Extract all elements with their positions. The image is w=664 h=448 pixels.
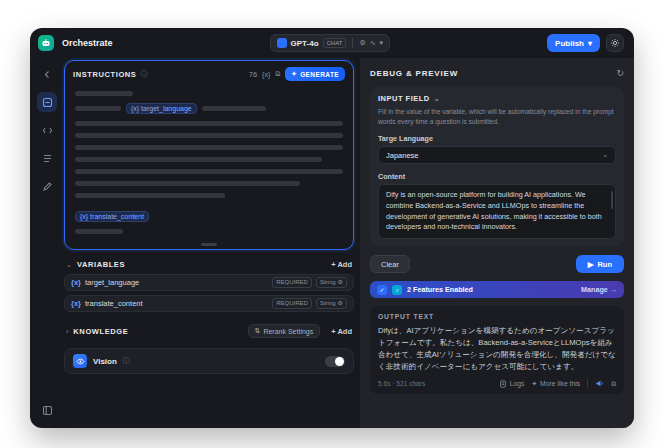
content-textarea[interactable]: Dify is an open-source platform for buil… xyxy=(378,184,616,239)
sidebar-item-api[interactable] xyxy=(37,120,57,140)
speaker-icon[interactable] xyxy=(595,379,604,388)
sparkle-icon: ✦ xyxy=(531,380,537,388)
input-field-toggle[interactable]: INPUT FIELD ⌄ xyxy=(378,94,616,103)
manage-features-button[interactable]: Manage → xyxy=(581,285,617,294)
resize-handle[interactable] xyxy=(201,243,217,246)
variables-header: ⌄ VARIABLES + Add xyxy=(66,260,352,269)
input-field-description: Fill in the value of the variable, which… xyxy=(378,107,616,126)
action-buttons: Clear ▶ Run xyxy=(370,255,624,273)
token-count: 76 xyxy=(249,70,257,79)
sidebar-item-orchestrate[interactable] xyxy=(37,92,57,112)
app-logo-icon xyxy=(38,35,54,51)
clear-button[interactable]: Clear xyxy=(370,255,410,273)
copy-icon[interactable]: ⧉ xyxy=(275,70,280,78)
variables-title: VARIABLES xyxy=(77,260,125,269)
vision-icon xyxy=(73,354,87,368)
input-field-card: INPUT FIELD ⌄ Fill in the value of the v… xyxy=(370,86,624,247)
model-name: GPT-4o xyxy=(291,39,319,48)
vision-toggle[interactable] xyxy=(325,356,345,367)
publish-label: Publish xyxy=(555,39,584,48)
output-stats: 5.6s · 521 chars xyxy=(378,380,425,387)
variable-badge: {x} xyxy=(71,278,81,287)
target-language-label: Targe Language xyxy=(378,134,616,143)
model-selector[interactable]: GPT-4o CHAT ⚙ ∿ ▾ xyxy=(270,34,391,52)
sidebar-item-logs[interactable] xyxy=(37,148,57,168)
output-text: Difyは、AIアプリケーションを構築するためのオープンソースプラットフォームで… xyxy=(378,325,616,372)
chevron-down-icon[interactable]: ⌄ xyxy=(66,261,72,269)
type-badge[interactable]: String ⚙ xyxy=(316,277,347,288)
variable-name: target_language xyxy=(85,278,139,287)
model-provider-icon xyxy=(277,38,287,48)
page-title: Orchestrate xyxy=(62,38,113,48)
required-badge: REQUIRED xyxy=(272,277,312,288)
sliders-icon: ⇅ xyxy=(255,327,261,335)
arrow-right-icon: → xyxy=(610,285,617,294)
model-mode-badge: CHAT xyxy=(323,38,347,48)
output-card: OUTPUT TEXT Difyは、AIアプリケーションを構築するためのオープン… xyxy=(370,306,624,394)
output-title: OUTPUT TEXT xyxy=(378,313,616,320)
copy-icon[interactable]: ⧉ xyxy=(611,380,616,388)
settings-icon: ⚙ xyxy=(338,278,343,287)
add-variable-button[interactable]: + Add xyxy=(331,260,352,269)
speech-feature-icon: ♪ xyxy=(392,285,402,295)
chevron-down-icon: ▾ xyxy=(380,39,384,47)
variable-badge: {x} xyxy=(71,299,81,308)
variable-row-target-language[interactable]: {x} target_language REQUIRED String ⚙ xyxy=(64,274,354,291)
features-enabled-bar[interactable]: ✓ ♪ 2 Features Enabled Manage → xyxy=(370,281,624,298)
knowledge-header: › KNOWLEDGE ⇅ Rerank Settings + Add xyxy=(66,324,352,338)
settings-icon: ⚙ xyxy=(338,299,343,308)
required-badge: REQUIRED xyxy=(272,298,312,309)
orchestrate-panel: INSTRUCTIONS ⓘ 76 {x} ⧉ ✦ GENERATE xyxy=(64,58,360,428)
target-language-select[interactable]: Japanese ⌄ xyxy=(378,146,616,164)
topbar-actions: Publish ▾ xyxy=(547,34,624,52)
prompt-skeleton: {x} target_language {x} translate_conten… xyxy=(65,85,353,240)
sidebar-item-annotation[interactable] xyxy=(37,176,57,196)
type-badge[interactable]: String ⚙ xyxy=(316,298,347,309)
collapse-panel-icon[interactable] xyxy=(37,400,57,420)
temperature-icon: ∿ xyxy=(370,39,376,47)
moderation-feature-icon: ✓ xyxy=(377,285,387,295)
run-button[interactable]: ▶ Run xyxy=(576,255,624,273)
chevron-down-icon: ⌄ xyxy=(602,151,608,159)
sliders-icon: ⚙ xyxy=(359,39,365,47)
sidebar xyxy=(30,58,64,428)
chevron-right-icon[interactable]: › xyxy=(66,328,68,335)
sparkle-icon: ✦ xyxy=(291,70,297,78)
logs-button[interactable]: Logs xyxy=(499,380,525,388)
variable-chip-translate-content[interactable]: {x} translate_content xyxy=(75,211,149,222)
top-bar: Orchestrate GPT-4o CHAT ⚙ ∿ ▾ Publish ▾ xyxy=(30,28,634,58)
instructions-editor[interactable]: INSTRUCTIONS ⓘ 76 {x} ⧉ ✦ GENERATE xyxy=(64,60,354,250)
instructions-title: INSTRUCTIONS xyxy=(73,70,136,79)
chevron-down-icon: ▾ xyxy=(588,39,592,48)
divider xyxy=(352,38,353,48)
back-icon[interactable] xyxy=(37,64,57,84)
vision-label: Vision xyxy=(93,357,117,366)
info-icon: ⓘ xyxy=(140,69,147,79)
more-like-this-button[interactable]: ✦ More like this xyxy=(531,380,580,388)
variable-chip-target-language[interactable]: {x} target_language xyxy=(126,103,197,114)
refresh-icon[interactable]: ↻ xyxy=(616,68,624,78)
rerank-settings-button[interactable]: ⇅ Rerank Settings xyxy=(248,324,321,338)
scrollbar[interactable] xyxy=(611,191,613,209)
play-icon: ▶ xyxy=(588,260,594,269)
publish-button[interactable]: Publish ▾ xyxy=(547,34,600,52)
debug-preview-panel: DEBUG & PREVIEW ↻ INPUT FIELD ⌄ Fill in … xyxy=(360,58,634,428)
variable-name: translate_content xyxy=(85,299,143,308)
variable-row-translate-content[interactable]: {x} translate_content REQUIRED String ⚙ xyxy=(64,295,354,312)
debug-preview-title: DEBUG & PREVIEW xyxy=(370,69,458,78)
content-label: Content xyxy=(378,172,616,181)
info-icon: ⓘ xyxy=(123,356,130,366)
generate-button[interactable]: ✦ GENERATE xyxy=(285,67,345,81)
settings-icon-button[interactable] xyxy=(606,34,624,52)
divider xyxy=(587,379,588,388)
app-window: Orchestrate GPT-4o CHAT ⚙ ∿ ▾ Publish ▾ xyxy=(30,28,634,428)
vision-feature-row: Vision ⓘ xyxy=(64,348,354,374)
add-knowledge-button[interactable]: + Add xyxy=(331,327,352,336)
knowledge-title: KNOWLEDGE xyxy=(73,327,128,336)
variable-icon[interactable]: {x} xyxy=(262,71,270,78)
chevron-down-icon: ⌄ xyxy=(434,95,440,103)
